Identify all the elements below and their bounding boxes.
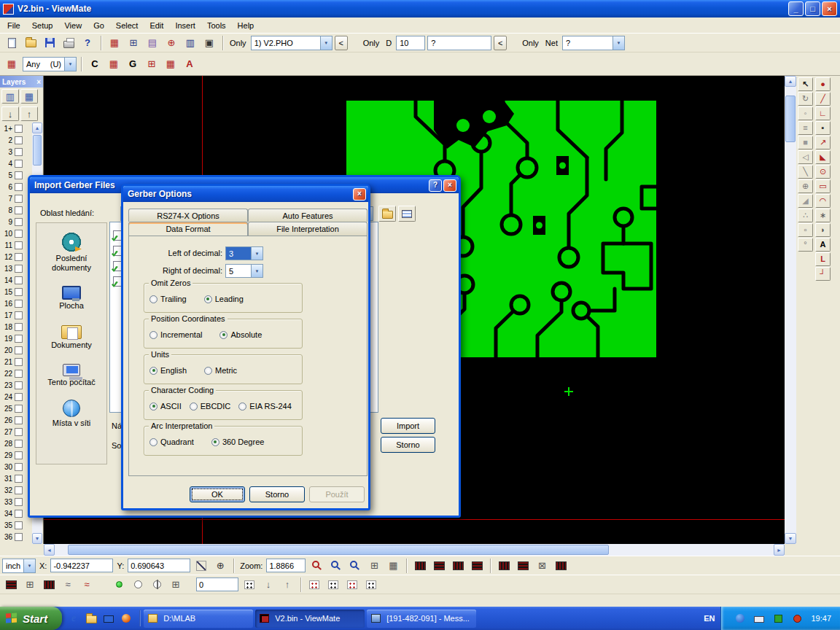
- place-desktop[interactable]: Plocha: [36, 284, 106, 311]
- quick-launch-folder-icon[interactable]: [84, 610, 98, 626]
- vector-tool-icon[interactable]: ↗: [815, 136, 831, 149]
- scroll-up-icon[interactable]: ▲: [785, 76, 796, 87]
- pattern-red-icon[interactable]: [306, 577, 323, 593]
- dropdown-arrow-icon[interactable]: ▼: [64, 58, 76, 71]
- menu-edit[interactable]: Edit: [144, 19, 169, 32]
- radio-absolute[interactable]: Absolute: [219, 330, 262, 339]
- trace-grid-icon[interactable]: ▦: [162, 56, 179, 72]
- gerber-close-button[interactable]: ×: [353, 188, 366, 201]
- layer-checkbox[interactable]: [15, 195, 23, 203]
- quick-launch-browser-icon[interactable]: [119, 610, 133, 626]
- views-button[interactable]: [398, 206, 416, 222]
- snap-icon[interactable]: ⊞: [167, 577, 184, 593]
- corner-tool-icon[interactable]: ◢: [798, 194, 813, 208]
- red-pattern-icon[interactable]: [40, 577, 58, 593]
- scroll-down-icon[interactable]: ▼: [32, 533, 42, 544]
- layer-row-36[interactable]: 36: [0, 531, 32, 542]
- layers-tool-icon[interactable]: ≡: [798, 121, 813, 135]
- layer-checkbox[interactable]: [15, 405, 23, 413]
- cross-probe-icon[interactable]: ⊠: [533, 558, 551, 574]
- layer-checkbox[interactable]: [15, 416, 23, 424]
- pattern-black2-icon[interactable]: [362, 577, 380, 593]
- scroll-left-icon[interactable]: ◄: [44, 544, 55, 556]
- save-icon[interactable]: [41, 35, 58, 51]
- clear-highlight-icon[interactable]: [129, 577, 147, 593]
- dcode-table2-icon[interactable]: [430, 558, 448, 574]
- grid-icon[interactable]: ⊞: [365, 558, 383, 574]
- layer-row-35[interactable]: 35: [0, 519, 32, 531]
- place-documents[interactable]: Dokumenty: [36, 322, 106, 350]
- layers-grid-icon[interactable]: ▦: [20, 89, 38, 104]
- layer-checkbox[interactable]: [15, 241, 23, 249]
- flash-tool-icon[interactable]: ∗: [815, 209, 831, 222]
- tab-data-format[interactable]: Data Format: [128, 222, 248, 236]
- layer-checkbox[interactable]: [15, 533, 23, 541]
- menu-setup[interactable]: Setup: [26, 19, 59, 32]
- gerber-storno-button[interactable]: Storno: [249, 486, 305, 502]
- left-decimal-select[interactable]: 3 ▼: [225, 246, 263, 260]
- corner-bracket-tool-icon[interactable]: ┘: [815, 267, 831, 281]
- new-file-icon[interactable]: [3, 35, 20, 51]
- layer-checkbox[interactable]: [15, 265, 23, 273]
- dialog-close-button[interactable]: ×: [443, 179, 456, 192]
- slash-tool-icon[interactable]: ╲: [798, 165, 813, 179]
- origin-marker-icon[interactable]: ⊕: [211, 558, 229, 574]
- taskbar-button-191-482-091-mess[interactable]: [191-482-091] - Mess...: [367, 610, 476, 628]
- zoom-out-icon[interactable]: [346, 558, 363, 574]
- align-down-icon[interactable]: ↓: [260, 577, 277, 593]
- close-button[interactable]: ×: [822, 1, 837, 16]
- pad-grid-icon[interactable]: ⊞: [143, 56, 160, 72]
- dcode-table4-icon[interactable]: [468, 558, 486, 574]
- menu-file[interactable]: File: [1, 19, 26, 32]
- grid-red-icon[interactable]: ▦: [105, 56, 122, 72]
- hscroll-thumb[interactable]: [68, 545, 609, 555]
- layer-checkbox[interactable]: [15, 311, 23, 319]
- radio-quadrant[interactable]: Quadrant: [149, 438, 194, 446]
- layer-checkbox[interactable]: [15, 440, 23, 448]
- layer-checkbox[interactable]: [15, 381, 23, 389]
- aperture-toggle-icon[interactable]: A: [181, 56, 198, 72]
- mirror-tool-icon[interactable]: ◁: [798, 150, 813, 164]
- radio-incremental[interactable]: Incremental: [149, 330, 202, 339]
- layers-close-icon[interactable]: ×: [36, 78, 41, 86]
- dropdown-arrow-icon[interactable]: ▼: [251, 247, 262, 260]
- ok-button[interactable]: OK: [190, 486, 245, 502]
- open-file-icon[interactable]: [22, 35, 39, 51]
- align-up-icon[interactable]: ↑: [279, 577, 296, 593]
- grid-select-icon[interactable]: ⊞: [21, 577, 39, 593]
- radio-metric[interactable]: Metric: [204, 366, 237, 375]
- tab-file-interpretation[interactable]: File Interpretation: [248, 222, 368, 236]
- layer-row-4[interactable]: 4: [0, 158, 32, 169]
- layer-checkbox[interactable]: [15, 521, 23, 529]
- layers-list-icon[interactable]: ▥: [1, 89, 19, 104]
- tray-alert-icon[interactable]: [788, 610, 806, 626]
- menu-tools[interactable]: Tools: [201, 19, 232, 32]
- menu-view[interactable]: View: [58, 19, 88, 32]
- net-query-combo[interactable]: ? ▼: [562, 36, 625, 50]
- prev-dcode-button[interactable]: <: [494, 36, 507, 50]
- target-icon[interactable]: ⊕: [163, 35, 180, 51]
- taskbar-button-v2-bin-viewmate[interactable]: V2.bin - ViewMate: [255, 610, 365, 628]
- canvas-hscrollbar[interactable]: ◄ ►: [44, 544, 785, 556]
- zoom-in-icon[interactable]: [308, 558, 325, 574]
- taskbar-button-d-mlab[interactable]: D:\MLAB: [144, 610, 253, 628]
- scroll-up-icon[interactable]: ▲: [32, 122, 42, 133]
- help-pointer-icon[interactable]: ?: [79, 35, 96, 51]
- layer-row-2[interactable]: 2: [0, 134, 32, 146]
- diameter-icon[interactable]: [148, 577, 166, 593]
- layer-checkbox[interactable]: [15, 393, 23, 401]
- arc-tool-icon[interactable]: ◠: [815, 194, 831, 208]
- net-highlight-icon[interactable]: [110, 577, 128, 593]
- degree-tool-icon[interactable]: °: [798, 238, 813, 252]
- menu-help[interactable]: Help: [232, 19, 260, 32]
- only-net-label[interactable]: Only: [520, 39, 541, 47]
- line-tool-icon[interactable]: ╱: [815, 92, 831, 106]
- letter-l-tool-icon[interactable]: L: [815, 252, 831, 266]
- layer-checkbox[interactable]: [15, 218, 23, 226]
- rectangle-tool-icon[interactable]: ▭: [815, 179, 831, 193]
- scroll-right-icon[interactable]: ►: [774, 544, 785, 556]
- quick-launch-ie-icon[interactable]: e: [66, 610, 81, 626]
- language-indicator[interactable]: EN: [698, 614, 720, 623]
- dots-tool-icon[interactable]: ∴: [798, 209, 813, 222]
- frame-select-icon[interactable]: [2, 577, 20, 593]
